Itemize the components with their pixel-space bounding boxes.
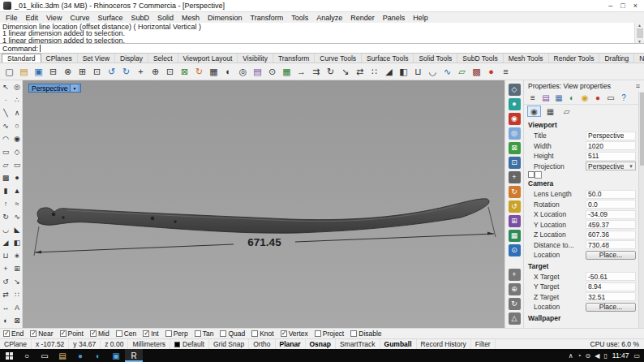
viewport-menu-arrow-icon[interactable]: ▼ (70, 84, 78, 92)
rhino-icon[interactable]: R (125, 349, 143, 362)
pan-tool-icon[interactable]: + (509, 269, 521, 281)
checkbox-icon[interactable] (195, 330, 201, 337)
menu-item[interactable]: Dimension (204, 14, 247, 22)
curve-icon[interactable]: ∿ (0, 119, 11, 132)
named-views-icon[interactable]: ▦ (207, 65, 221, 79)
property-field[interactable]: 459.37▼ (586, 220, 636, 229)
checkbox-icon[interactable] (315, 330, 321, 337)
save-file-icon[interactable]: ▣ (32, 65, 45, 79)
property-field[interactable]: Perspective▼ (586, 162, 636, 170)
sweep-icon[interactable]: ∿ (11, 210, 23, 223)
surface-tools-icon[interactable]: ▱ (455, 65, 469, 79)
action-center-icon[interactable]: ▭ (633, 352, 640, 360)
undo-icon[interactable]: ↺ (105, 65, 118, 79)
menu-item[interactable]: Solid (153, 14, 178, 22)
layers-icon[interactable]: ▤ (251, 65, 264, 79)
cylinder-icon[interactable]: ▮ (0, 184, 11, 197)
rotate-view-icon[interactable]: ↻ (192, 65, 206, 79)
checkbox-icon[interactable] (281, 330, 287, 337)
zoom-tool-icon[interactable]: ⊕ (509, 283, 521, 295)
display-modes-icon[interactable]: ◐ (221, 65, 235, 79)
menu-item[interactable]: Render (346, 14, 379, 22)
fillet-icon[interactable]: ◡ (426, 65, 440, 79)
toolbar-tab[interactable]: Viewport Layout (178, 54, 238, 62)
hide-icon[interactable]: ◐ (0, 314, 11, 327)
property-field[interactable]: 1020▼ (586, 141, 636, 150)
display-rendered-icon[interactable]: ◉ (509, 113, 521, 125)
rectangle-icon[interactable]: ▭ (0, 145, 11, 158)
checkbox-icon[interactable] (165, 330, 172, 337)
checkbox-icon[interactable] (143, 330, 149, 337)
edge-icon[interactable]: ◐ (89, 349, 107, 362)
join-tool-icon[interactable]: ⊔ (0, 249, 11, 262)
point-icon[interactable]: ∙ (0, 93, 11, 106)
toolbar-tab[interactable]: Select (148, 54, 178, 62)
task-view-icon[interactable]: ▭ (36, 349, 54, 362)
mirror-tool-icon[interactable]: ⇄ (0, 288, 11, 301)
checkbox-icon[interactable] (251, 330, 258, 337)
undo-view-icon[interactable]: ↺ (509, 200, 521, 213)
status-item[interactable]: x -107.52 (32, 339, 69, 349)
property-field[interactable]: 8.94▼ (586, 282, 636, 291)
status-item[interactable]: Record History (417, 339, 471, 349)
toolbar-tab[interactable]: Solid Tools (414, 54, 457, 62)
pan-icon[interactable]: + (134, 65, 148, 79)
split-tool-icon[interactable]: ◧ (11, 236, 23, 249)
toolbar-tab[interactable]: Curve Tools (315, 54, 362, 62)
osnap-checkbox[interactable]: Quad (220, 330, 245, 338)
explode-icon[interactable]: ∗ (11, 249, 23, 262)
osnap-checkbox[interactable]: Knot (251, 330, 274, 338)
panel-scrollbar[interactable] (638, 92, 644, 328)
chrome-icon[interactable]: ● (71, 349, 89, 362)
view-properties-mode-icon[interactable]: ◉ (527, 106, 541, 117)
solid-tools-icon[interactable]: ▩ (470, 65, 483, 79)
polyline-icon[interactable]: ∧ (11, 106, 23, 119)
volume-icon[interactable]: ◀ (595, 352, 599, 360)
menu-item[interactable]: Tools (287, 14, 312, 22)
status-item[interactable]: Millimeters (128, 339, 170, 349)
menu-item[interactable]: View (42, 14, 66, 22)
property-field[interactable]: Perspective▼ (586, 131, 636, 140)
four-view-icon[interactable]: ⊞ (509, 215, 521, 227)
copy-tool-icon[interactable]: ⊞ (11, 262, 23, 275)
toolbar-tab[interactable]: Surface Tools (362, 54, 414, 62)
status-item[interactable]: y 34.67 (69, 339, 101, 349)
search-icon[interactable]: ○ (18, 349, 36, 362)
move-icon[interactable]: → (294, 65, 308, 79)
property-field[interactable]: 730.48▼ (586, 240, 636, 249)
select-lasso-icon[interactable]: ◎ (11, 80, 23, 93)
status-item[interactable]: Osnap (306, 339, 336, 349)
property-field[interactable]: Place...▼ (586, 251, 636, 260)
property-field[interactable]: 0.0▼ (586, 200, 636, 209)
curve-tools-icon[interactable]: ∿ (440, 65, 454, 79)
status-item[interactable]: SmartTrack (336, 339, 380, 349)
object-snaps-icon[interactable]: ⊙ (265, 65, 279, 79)
viewport-title-tab[interactable]: Perspective ▼ (28, 84, 81, 93)
toolbar-tab[interactable]: Drafting (599, 54, 634, 62)
box-icon[interactable]: ▩ (0, 171, 11, 184)
mirror-icon[interactable]: ⇄ (353, 65, 367, 79)
layers-tab-icon[interactable]: ▤ (540, 93, 552, 104)
zoom-extents-view-icon[interactable]: ⊠ (509, 142, 521, 154)
osnap-checkbox[interactable]: Vertex (281, 330, 308, 338)
array-tool-icon[interactable]: ∷ (11, 288, 23, 301)
menu-item[interactable]: Analyze (312, 14, 346, 22)
join-icon[interactable]: ⊔ (411, 65, 425, 79)
zoom-window-icon[interactable]: ⊡ (163, 65, 177, 79)
toolbar-tab[interactable]: Mesh Tools (504, 54, 549, 62)
property-field[interactable]: -50.61▼ (586, 272, 636, 281)
property-field[interactable]: 511▼ (586, 152, 636, 161)
display-mode-icon[interactable]: ▦ (543, 106, 557, 117)
array-icon[interactable]: ∷ (367, 65, 381, 79)
surface-icon[interactable]: ▱ (0, 158, 11, 171)
osnap-checkbox[interactable]: Near (30, 330, 53, 338)
zoom-extents-icon[interactable]: ⊠ (178, 65, 191, 79)
select-pointer-icon[interactable]: ↖ (0, 80, 11, 93)
toolbar-tab[interactable]: Render Tools (549, 54, 600, 62)
checkbox-icon[interactable] (350, 330, 357, 337)
paste-icon[interactable]: ⊡ (90, 65, 104, 79)
network-icon[interactable]: ⊙ (586, 352, 591, 360)
checkbox-icon[interactable] (3, 330, 10, 337)
osnap-checkbox[interactable]: Mid (90, 330, 109, 338)
osnap-checkbox[interactable]: Tan (195, 330, 214, 338)
